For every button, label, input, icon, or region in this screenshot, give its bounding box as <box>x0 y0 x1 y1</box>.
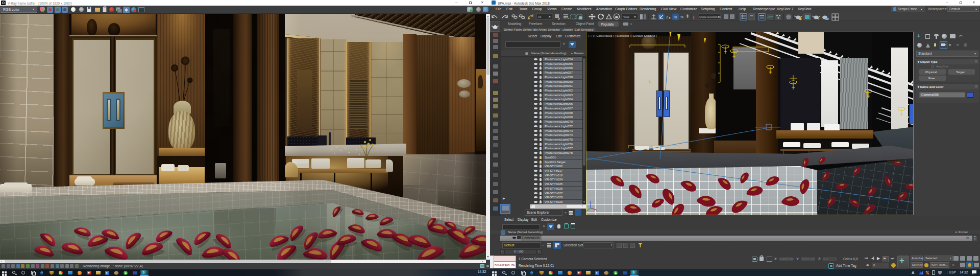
svg-text:{: { <box>693 15 695 19</box>
svg-text:%: % <box>680 15 683 19</box>
svg-text:%: % <box>674 15 677 19</box>
svg-text:2: 2 <box>666 15 668 19</box>
svg-text:View: View <box>623 15 629 18</box>
svg-text:All: All <box>538 15 541 18</box>
